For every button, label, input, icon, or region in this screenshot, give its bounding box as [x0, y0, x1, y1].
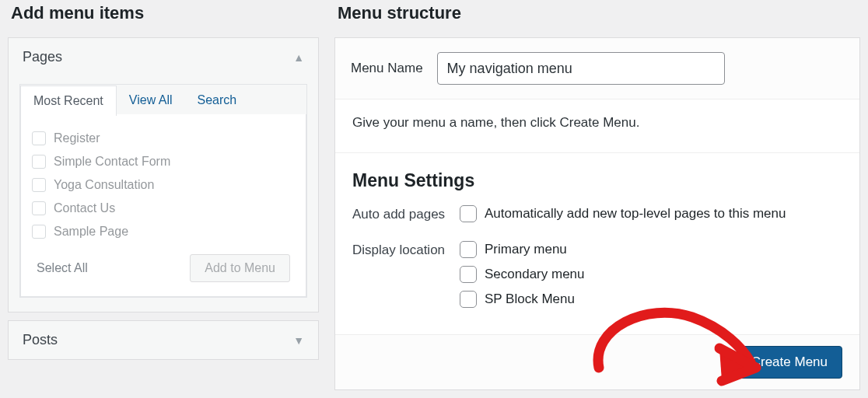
caret-down-icon: ▼ — [293, 334, 304, 347]
pages-tabs: Most Recent View All Search — [20, 85, 306, 115]
location-spblock-checkbox[interactable] — [460, 291, 477, 308]
auto-add-option-label: Automatically add new top-level pages to… — [485, 206, 786, 222]
checkbox-icon[interactable] — [32, 225, 46, 239]
tab-most-recent[interactable]: Most Recent — [20, 86, 117, 116]
posts-panel-title: Posts — [23, 332, 58, 348]
pages-panel-title: Pages — [23, 49, 62, 65]
location-option-label: Primary menu — [485, 242, 567, 257]
posts-panel: Posts ▼ — [8, 320, 319, 360]
select-all-link[interactable]: Select All — [37, 261, 88, 275]
display-location-label: Display location — [352, 241, 455, 258]
list-item-label: Register — [54, 131, 100, 145]
add-menu-items-heading: Add menu items — [8, 3, 319, 23]
checkbox-icon[interactable] — [32, 201, 46, 215]
tab-view-all[interactable]: View All — [117, 85, 185, 115]
list-item-label: Sample Page — [54, 225, 128, 239]
auto-add-pages-row: Auto add pages Automatically add new top… — [352, 205, 842, 230]
posts-panel-toggle[interactable]: Posts ▼ — [9, 321, 318, 359]
checkbox-icon[interactable] — [32, 178, 46, 192]
tab-search[interactable]: Search — [185, 85, 250, 115]
menu-hint-text: Give your menu a name, then click Create… — [352, 115, 842, 131]
list-item-label: Yoga Consultation — [54, 178, 154, 192]
location-option-label: Secondary menu — [485, 267, 585, 282]
location-option-label: SP Block Menu — [485, 292, 575, 307]
pages-list: Register Simple Contact Form Yoga Consul… — [32, 127, 295, 243]
list-item[interactable]: Contact Us — [32, 197, 295, 220]
list-item[interactable]: Register — [32, 127, 295, 150]
auto-add-pages-label: Auto add pages — [352, 205, 455, 222]
menu-name-label: Menu Name — [351, 61, 423, 76]
pages-panel-toggle[interactable]: Pages ▲ — [9, 38, 318, 76]
menu-settings-heading: Menu Settings — [352, 170, 842, 191]
checkbox-icon[interactable] — [32, 155, 46, 169]
caret-up-icon: ▲ — [293, 51, 304, 64]
list-item[interactable]: Yoga Consultation — [32, 173, 295, 197]
checkbox-icon[interactable] — [32, 131, 46, 145]
menu-structure-heading: Menu structure — [334, 3, 860, 23]
location-secondary-checkbox[interactable] — [460, 266, 477, 283]
display-location-row: Display location Primary menu Secondary … — [352, 241, 842, 316]
auto-add-checkbox[interactable] — [460, 205, 477, 222]
list-item-label: Contact Us — [54, 201, 115, 215]
location-primary-checkbox[interactable] — [460, 241, 477, 258]
list-item[interactable]: Simple Contact Form — [32, 150, 295, 173]
pages-panel: Pages ▲ Most Recent View All Search Regi… — [8, 37, 319, 312]
menu-structure-panel: Menu Name Give your menu a name, then cl… — [334, 37, 860, 390]
create-menu-button[interactable]: Create Menu — [737, 346, 842, 379]
add-to-menu-button[interactable]: Add to Menu — [190, 254, 290, 282]
list-item[interactable]: Sample Page — [32, 220, 295, 243]
list-item-label: Simple Contact Form — [54, 155, 170, 169]
menu-name-input[interactable] — [437, 52, 725, 85]
